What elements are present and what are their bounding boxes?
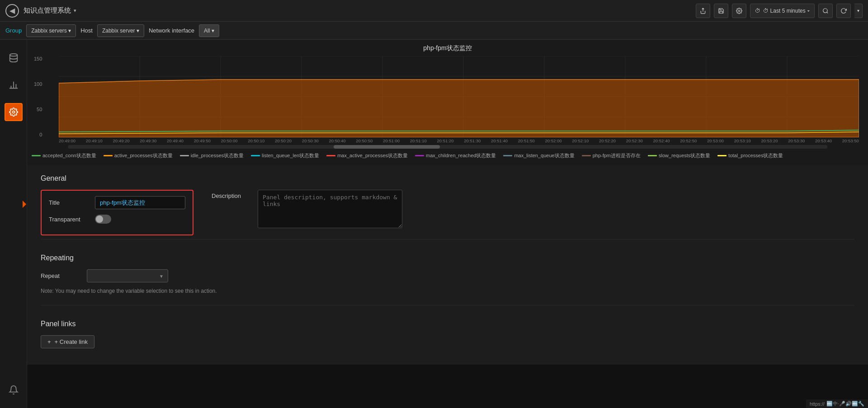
x-label: 20:52:10 (572, 138, 589, 143)
search-button[interactable] (818, 4, 833, 18)
status-bar: https:// 🔤中·🎤🔊🔤🔧 (806, 399, 868, 408)
nav-right-controls: ⏱ ⏱ Last 5 minutes ▾ ▾ (696, 4, 863, 18)
legend-item-max-active-processes: max_active_processes状态数量 (326, 152, 408, 159)
chart-svg (59, 56, 859, 137)
chart-legend: accepted_conn状态数量 active_processes状态数量 i… (27, 150, 868, 161)
x-label: 20:53:40 (815, 138, 832, 143)
x-label: 20:53:20 (761, 138, 778, 143)
x-label: 20:51:40 (491, 138, 508, 143)
legend-color (648, 155, 657, 156)
network-interface-dropdown[interactable]: All ▾ (199, 24, 219, 37)
time-range-button[interactable]: ⏱ ⏱ Last 5 minutes ▾ (750, 4, 815, 18)
repeat-select-wrapper (87, 269, 168, 282)
repeat-select[interactable] (87, 269, 168, 282)
legend-color (717, 155, 726, 156)
legend-color (415, 155, 424, 156)
legend-item-total-processes: total_processes状态数量 (717, 152, 783, 159)
panel-links-title: Panel links (41, 320, 854, 328)
x-label: 20:52:30 (626, 138, 643, 143)
sidebar-item-alerts[interactable] (5, 381, 23, 399)
x-label: 20:52:20 (599, 138, 616, 143)
legend-color (251, 155, 260, 156)
save-button[interactable] (714, 4, 728, 18)
time-icon: ⏱ (755, 8, 760, 14)
settings-button[interactable] (732, 4, 746, 18)
y-label-100: 100 (34, 81, 42, 87)
legend-color (503, 155, 512, 156)
repeat-note: Note: You may need to change the variabl… (41, 288, 854, 294)
repeat-label: Repeat (41, 272, 81, 279)
content-area: php-fpm状态监控 150 100 50 0 (27, 40, 868, 408)
transparent-label: Transparent (49, 216, 90, 223)
repeating-section: Repeating Repeat Note: You may need to c… (41, 247, 854, 301)
app-title: 知识点管理系统 (24, 6, 71, 15)
create-link-button[interactable]: + + Create link (41, 335, 94, 348)
x-label: 20:49:10 (86, 138, 103, 143)
chart-title: php-fpm状态监控 (27, 44, 868, 52)
group-label[interactable]: Group (5, 27, 22, 34)
x-label: 20:49:00 (59, 138, 75, 143)
svg-point-3 (9, 54, 17, 56)
repeat-row: Repeat (41, 269, 854, 282)
x-label: 20:50:20 (275, 138, 292, 143)
chart-container: php-fpm状态监控 150 100 50 0 (27, 40, 868, 165)
svg-point-1 (823, 8, 827, 12)
group-dropdown[interactable]: Zabbix servers ▾ (26, 24, 76, 37)
legend-item-slow-requests: slow_requests状态数量 (648, 152, 710, 159)
legend-item-accepted-conn: accepted_conn状态数量 (32, 152, 96, 159)
x-label: 20:50:10 (248, 138, 264, 143)
x-label: 20:52:50 (680, 138, 697, 143)
x-label: 20:51:10 (410, 138, 427, 143)
refresh-dropdown-button[interactable]: ▾ (854, 4, 863, 18)
sidebar (0, 40, 27, 408)
title-chevron-icon[interactable]: ▾ (74, 8, 76, 14)
x-label: 20:51:20 (437, 138, 454, 143)
refresh-button[interactable] (836, 4, 851, 18)
status-url: https:// (810, 401, 825, 407)
svg-point-0 (739, 10, 741, 12)
status-icons: 🔤中·🎤🔊🔤🔧 (826, 400, 864, 407)
legend-color (582, 155, 591, 156)
description-textarea[interactable] (258, 190, 402, 228)
sidebar-item-settings[interactable] (5, 103, 23, 121)
share-button[interactable] (696, 4, 710, 18)
y-label-50: 50 (37, 107, 42, 112)
chart-scrollbar[interactable] (68, 145, 827, 149)
x-label: 20:52:40 (653, 138, 670, 143)
sidebar-item-chart[interactable] (5, 76, 23, 94)
x-label: 20:49:50 (194, 138, 211, 143)
general-section: General Title Transparent (41, 174, 854, 235)
x-label: 20:53:00 (707, 138, 724, 143)
legend-item-listen-queue-len: listen_queue_len状态数量 (251, 152, 319, 159)
x-label: 20:53:10 (734, 138, 751, 143)
transparent-toggle[interactable] (95, 215, 111, 224)
x-label: 20:51:50 (518, 138, 535, 143)
legend-item-max-listen-queue: max_listen_queue状态数量 (503, 152, 574, 159)
sidebar-item-database[interactable] (5, 49, 23, 67)
svg-line-2 (827, 12, 828, 13)
title-row: Title (49, 196, 185, 209)
description-label: Description (212, 190, 252, 199)
x-label: 20:50:40 (329, 138, 346, 143)
time-label: ⏱ Last 5 minutes ▾ (763, 8, 810, 14)
host-dropdown[interactable]: Zabbix server ▾ (97, 24, 144, 37)
host-label: Host (80, 27, 93, 34)
legend-color (32, 155, 41, 156)
back-button[interactable]: ◀ (5, 4, 19, 18)
network-interface-label: Network interface (149, 27, 194, 34)
filter-bar: Group Zabbix servers ▾ Host Zabbix serve… (0, 22, 868, 40)
x-label: 20:49:40 (167, 138, 184, 143)
x-label: 20:49:20 (113, 138, 130, 143)
svg-point-8 (12, 111, 14, 113)
svg-marker-23 (59, 80, 859, 137)
description-group: Description (212, 190, 402, 228)
x-label: 20:50:30 (302, 138, 319, 143)
legend-item-php-fpm-running: php-fpm进程是否存在 (582, 152, 641, 159)
x-label: 20:50:00 (221, 138, 238, 143)
scrollbar-thumb[interactable] (334, 145, 440, 149)
top-navigation: ◀ 知识点管理系统 ▾ ⏱ ⏱ Last 5 minutes ▾ (0, 0, 868, 22)
title-input[interactable] (95, 196, 185, 209)
plus-icon: + (47, 338, 51, 345)
section-divider (41, 239, 854, 239)
section-divider-2 (41, 305, 854, 305)
